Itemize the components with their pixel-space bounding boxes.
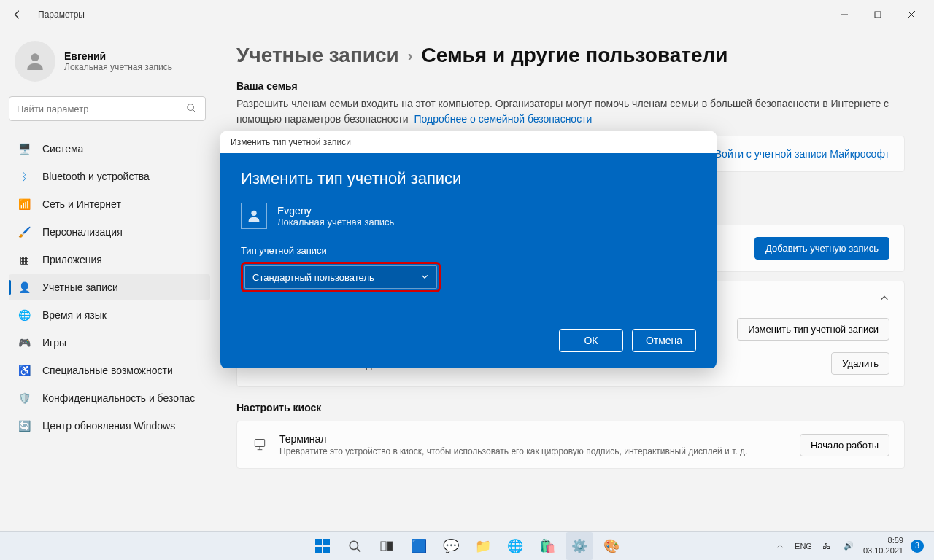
app-icon[interactable]: 🎨 — [598, 532, 625, 560]
back-button[interactable] — [6, 3, 29, 26]
search-icon — [186, 103, 198, 114]
svg-rect-18 — [387, 542, 393, 551]
account-type-dropdown[interactable]: Стандартный пользователь — [244, 265, 437, 289]
delete-account-button[interactable]: Удалить — [831, 352, 889, 375]
breadcrumb-parent[interactable]: Учетные записи — [236, 44, 399, 67]
svg-line-6 — [193, 110, 196, 113]
search-input[interactable] — [17, 104, 186, 114]
svg-rect-7 — [255, 440, 264, 447]
tray-chevron-up-icon[interactable] — [773, 542, 787, 550]
svg-point-15 — [350, 541, 358, 549]
user-avatar-icon — [15, 41, 55, 82]
system-icon: 🖥️ — [18, 142, 31, 155]
dialog-user-sub: Локальная учетная запись — [277, 217, 394, 228]
family-section-desc: Разрешить членам семьи входить на этот к… — [236, 96, 905, 127]
kiosk-icon — [252, 437, 268, 453]
svg-rect-12 — [323, 539, 330, 545]
clock[interactable]: 8:59 03.10.2021 — [863, 536, 903, 555]
window-title: Параметры — [38, 9, 85, 20]
update-icon: 🔄 — [18, 419, 31, 432]
globe-icon: 🌐 — [18, 308, 31, 322]
dialog-heading: Изменить тип учетной записи — [241, 169, 696, 188]
user-name: Евгений — [64, 50, 172, 62]
nav-privacy[interactable]: 🛡️Конфиденциальность и безопас — [9, 385, 210, 411]
widgets-icon[interactable]: 🟦 — [405, 532, 433, 560]
nav-network[interactable]: 📶Сеть и Интернет — [9, 191, 210, 217]
family-safety-link[interactable]: Подробнее о семейной безопасности — [414, 113, 592, 125]
accessibility-icon: ♿ — [18, 364, 31, 377]
wifi-icon: 📶 — [18, 198, 31, 211]
nav-windows-update[interactable]: 🔄Центр обновления Windows — [9, 413, 210, 439]
start-button[interactable] — [309, 532, 336, 560]
nav-accessibility[interactable]: ♿Специальные возможности — [9, 357, 210, 384]
dialog-titlebar: Изменить тип учетной записи — [220, 131, 717, 153]
nav-personalization[interactable]: 🖌️Персонализация — [9, 219, 210, 245]
nav-list: 🖥️Система ᛒBluetooth и устройства 📶Сеть … — [9, 136, 210, 439]
sidebar: Евгений Локальная учетная запись 🖥️Систе… — [0, 29, 219, 531]
account-type-label: Тип учетной записи — [241, 245, 696, 256]
bluetooth-icon: ᛒ — [18, 170, 31, 183]
brush-icon: 🖌️ — [18, 225, 31, 238]
svg-point-5 — [188, 104, 194, 111]
store-icon[interactable]: 🛍️ — [533, 532, 561, 560]
window-titlebar: Параметры — [0, 0, 934, 29]
chevron-down-icon — [420, 272, 429, 283]
date-text: 03.10.2021 — [863, 546, 903, 556]
svg-rect-14 — [323, 547, 330, 553]
svg-rect-11 — [315, 539, 322, 545]
settings-taskbar-icon[interactable]: ⚙️ — [566, 532, 593, 560]
minimize-button[interactable] — [827, 3, 861, 26]
svg-line-16 — [357, 548, 360, 552]
kiosk-card: Терминал Превратите это устройство в кио… — [236, 421, 905, 469]
taskbar-search-icon[interactable] — [341, 532, 368, 560]
taskbar: 🟦 💬 📁 🌐 🛍️ ⚙️ 🎨 ENG 🖧 🔊 8:59 03.10.2021 … — [0, 531, 934, 560]
change-account-type-button[interactable]: Изменить тип учетной записи — [737, 318, 889, 341]
nav-accounts[interactable]: 👤Учетные записи — [9, 274, 210, 300]
chevron-right-icon: › — [408, 47, 413, 64]
dialog-cancel-button[interactable]: Отмена — [632, 329, 696, 352]
person-icon: 👤 — [18, 281, 31, 294]
kiosk-start-button[interactable]: Начало работы — [800, 434, 889, 456]
apps-icon: ▦ — [18, 253, 31, 266]
nav-apps[interactable]: ▦Приложения — [9, 246, 210, 273]
network-icon[interactable]: 🖧 — [819, 542, 834, 551]
explorer-icon[interactable]: 📁 — [469, 532, 497, 560]
notification-badge[interactable]: 3 — [911, 540, 924, 553]
nav-time-language[interactable]: 🌐Время и язык — [9, 302, 210, 328]
add-account-button[interactable]: Добавить учетную запись — [754, 237, 889, 260]
dialog-user-avatar-icon — [241, 203, 267, 229]
dialog-user-info: Evgeny Локальная учетная запись — [241, 203, 696, 229]
user-account-type: Локальная учетная запись — [64, 62, 172, 72]
svg-rect-17 — [381, 542, 386, 551]
search-input-container[interactable] — [9, 96, 206, 121]
dialog-ok-button[interactable]: ОК — [559, 329, 623, 352]
close-button[interactable] — [895, 3, 928, 26]
highlight-annotation: Стандартный пользователь — [241, 262, 441, 292]
volume-icon[interactable]: 🔊 — [841, 541, 856, 551]
system-tray: ENG 🖧 🔊 8:59 03.10.2021 3 — [773, 536, 934, 555]
edge-icon[interactable]: 🌐 — [501, 532, 529, 560]
language-indicator[interactable]: ENG — [795, 542, 812, 551]
svg-point-4 — [31, 53, 39, 61]
signin-microsoft-link[interactable]: Войти с учетной записи Майкрософт — [715, 148, 889, 160]
breadcrumb-current: Семья и другие пользователи — [421, 44, 727, 67]
kiosk-section-title: Настроить киоск — [236, 402, 905, 413]
kiosk-item-desc: Превратите это устройство в киоск, чтобы… — [279, 446, 747, 456]
family-section-title: Ваша семья — [236, 80, 905, 92]
svg-rect-13 — [315, 547, 322, 553]
account-type-value: Стандартный пользователь — [252, 272, 374, 283]
chevron-up-icon[interactable] — [879, 293, 889, 306]
svg-point-10 — [251, 211, 256, 216]
chat-icon[interactable]: 💬 — [437, 532, 465, 560]
nav-system[interactable]: 🖥️Система — [9, 136, 210, 162]
kiosk-item-title: Терминал — [279, 433, 747, 445]
task-view-icon[interactable] — [373, 532, 401, 560]
maximize-button[interactable] — [861, 3, 895, 26]
breadcrumb: Учетные записи › Семья и другие пользова… — [236, 44, 905, 67]
user-profile-block[interactable]: Евгений Локальная учетная запись — [9, 35, 210, 88]
change-account-type-dialog: Изменить тип учетной записи Изменить тип… — [220, 131, 717, 368]
time-text: 8:59 — [863, 536, 903, 545]
dialog-user-name: Evgeny — [277, 205, 394, 217]
nav-bluetooth[interactable]: ᛒBluetooth и устройства — [9, 163, 210, 190]
nav-gaming[interactable]: 🎮Игры — [9, 330, 210, 356]
